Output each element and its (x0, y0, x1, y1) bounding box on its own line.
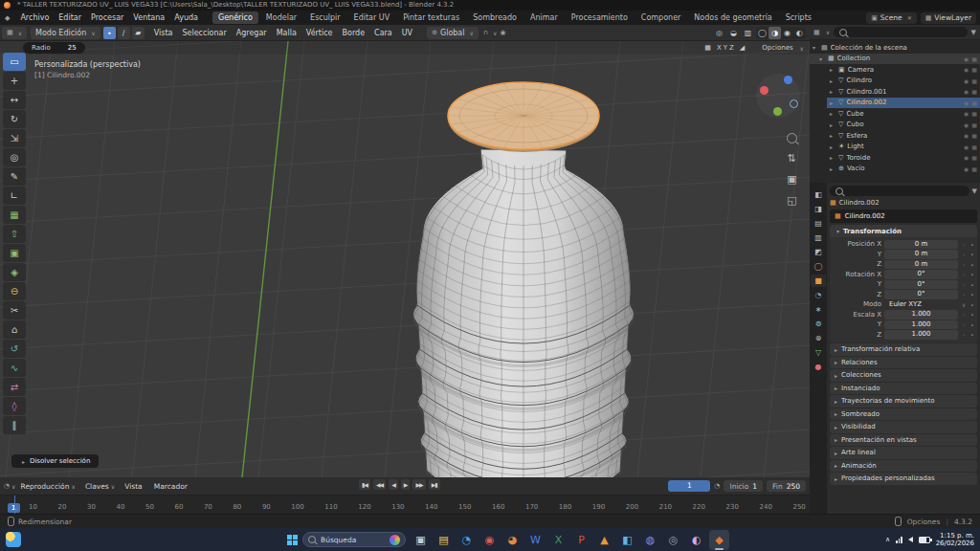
overlays-icon[interactable]: ◒ (727, 27, 740, 39)
tab-world[interactable]: ◯ (811, 260, 826, 273)
tool-poly-build[interactable]: ⌂ (3, 320, 26, 339)
firefox[interactable]: ◕ (502, 530, 523, 550)
tool-spin[interactable]: ↺ (3, 340, 26, 358)
navigation-gizmo[interactable] (756, 74, 800, 118)
face-select-icon[interactable]: ▰ (132, 27, 145, 39)
eye-icon[interactable]: ◉ (964, 143, 969, 150)
viewport-menu-item[interactable]: Agregar (232, 29, 272, 37)
hidden-icons-chevron[interactable]: ∧ (885, 536, 890, 543)
value-field[interactable]: 0 m (884, 240, 958, 250)
value-field[interactable]: 1.000 (884, 330, 958, 340)
tab-tool[interactable]: ◧ (811, 188, 826, 201)
properties-section[interactable]: ▸ Transformación relativa (830, 343, 977, 356)
eye-icon[interactable]: ◉ (964, 88, 969, 95)
value-field[interactable]: 1.000 (884, 310, 958, 320)
eye-icon[interactable]: ◉ (964, 121, 969, 128)
transport-button[interactable]: ◀ (389, 479, 398, 490)
menu-item[interactable]: Editar (54, 11, 86, 24)
word[interactable]: W (525, 530, 546, 550)
timeline-menu-item[interactable]: Reproducción∨ (16, 482, 80, 491)
orientation-dropdown[interactable]: ⊕ Global ∨ (427, 27, 479, 39)
outliner-search-input[interactable] (834, 27, 968, 37)
rotation-mode-dropdown[interactable]: Euler XYZ (884, 300, 958, 310)
viewlayer-selector[interactable]: ▦ ViewLayer (921, 12, 976, 24)
mode-dropdown[interactable]: Modo Edición ∨ (31, 27, 100, 39)
eye-icon[interactable]: ◉ (964, 165, 969, 172)
tab-object[interactable]: ■ (811, 275, 826, 287)
vlc[interactable]: ▲ (594, 530, 614, 550)
viewport-canvas[interactable] (0, 41, 810, 477)
eye-icon[interactable]: ◉ (964, 77, 969, 84)
menu-item[interactable]: Ventana (128, 11, 169, 24)
tool-transform[interactable]: ◎ (3, 148, 26, 166)
powerpoint[interactable]: P (571, 530, 591, 550)
lock-icon[interactable]: ◦ (961, 291, 967, 298)
properties-section[interactable]: ▸ Propiedades personalizadas (830, 473, 977, 485)
tab-material[interactable]: ● (811, 361, 826, 373)
outliner-root[interactable]: ▾ ▤ Colección de la escena (810, 42, 980, 54)
solid-shading-icon[interactable]: ◑ (768, 27, 781, 39)
paint[interactable]: ◐ (686, 530, 706, 550)
tab-physics[interactable]: ⊚ (811, 318, 826, 330)
render-visibility-icon[interactable]: ▦ (971, 66, 977, 73)
chrome[interactable]: ◉ (479, 530, 500, 550)
Light[interactable]: ▸ ☀ Light ◉ ▦ (827, 142, 980, 153)
animate-icon[interactable]: ∙ (969, 331, 975, 338)
animate-icon[interactable]: ∙ (969, 271, 975, 277)
properties-section[interactable]: ▸ Presentación en vistas (830, 434, 977, 447)
mirror-grid-icon[interactable]: ▦ (704, 44, 711, 52)
lock-icon[interactable]: ◦ (961, 281, 967, 288)
workspace-tab[interactable]: Scripts (780, 11, 817, 24)
perspective-icon[interactable]: ◱ (787, 194, 796, 207)
menu-item[interactable]: Procesar (86, 11, 128, 24)
tab-scene[interactable]: ◩ (811, 246, 826, 258)
properties-section[interactable]: ▸ Relaciones (830, 357, 977, 369)
breadcrumb-object[interactable]: Cilindro.002 (839, 199, 880, 207)
animate-icon[interactable]: ∙ (969, 281, 975, 288)
render-visibility-icon[interactable]: ▦ (971, 143, 977, 150)
tool-rip-region[interactable]: ∥ (3, 416, 26, 434)
start-button[interactable] (287, 535, 298, 545)
viewport-menu-item[interactable]: Vértice (301, 29, 338, 37)
edge-select-icon[interactable]: ∕ (118, 27, 130, 39)
workspace-tab[interactable]: Modelar (260, 11, 302, 24)
Cubo[interactable]: ▸ ▽ Cubo ◉ ▦ (827, 120, 980, 131)
timeline-editor-icon[interactable]: ◔ (4, 482, 10, 490)
workspace-tab[interactable]: Procesamiento (566, 11, 634, 24)
xray-icon[interactable]: ▥ (742, 27, 754, 39)
filter-icon[interactable]: ▼ (971, 29, 976, 36)
render-visibility-icon[interactable]: ▦ (971, 88, 977, 95)
render-visibility-icon[interactable]: ▦ (971, 165, 977, 172)
wireframe-shading-icon[interactable]: ◯ (756, 27, 768, 39)
proportional-edit-icon[interactable]: ◉ (497, 29, 508, 36)
workspace-tab[interactable]: Esculpir (304, 11, 346, 24)
workspace-tab[interactable]: Pintar texturas (397, 11, 465, 24)
properties-section[interactable]: ▸ Arte lineal (830, 447, 977, 459)
tab-view-layer[interactable]: ▥ (811, 231, 826, 244)
widgets-icon[interactable] (6, 532, 21, 547)
editor-type-button[interactable]: ▦ ∨ (2, 27, 27, 39)
file-explorer[interactable]: ▤ (434, 530, 454, 550)
blender-menu-icon[interactable]: ◆ (0, 14, 14, 22)
Camera[interactable]: ▸ ▣ Camera ◉ ▦ (827, 64, 980, 76)
pan-icon[interactable]: ⇅ (787, 152, 796, 165)
Toroide[interactable]: ▸ ▽ Toroide ◉ ▦ (827, 152, 980, 164)
excel[interactable]: X (548, 530, 568, 550)
eye-icon[interactable]: ◉ (964, 55, 969, 62)
transport-button[interactable]: ▶▶ (412, 479, 425, 490)
timeline-ruler[interactable]: 1020304050607080901001101201301401501601… (0, 496, 810, 514)
transform-panel-header[interactable]: ▾ Transformación (830, 225, 977, 237)
properties-search-input[interactable] (830, 186, 969, 196)
outliner-display-mode-icon[interactable]: ▦ (813, 29, 820, 36)
properties-section[interactable]: ▸ Visibilidad (830, 421, 977, 433)
workspace-tab[interactable]: Animar (524, 11, 564, 24)
tool-inset-faces[interactable]: ▣ (3, 244, 26, 262)
gizmos-icon[interactable]: ◎ (713, 27, 725, 39)
zoom-icon[interactable] (787, 133, 797, 143)
battery-icon[interactable] (919, 537, 930, 543)
lock-icon[interactable]: ◦ (961, 311, 967, 318)
tool-knife[interactable]: ✂ (3, 301, 26, 320)
filter-icon[interactable]: ▼ (972, 187, 977, 195)
axis-z-handle[interactable] (784, 76, 792, 84)
properties-section[interactable]: ▸ Animación (830, 460, 977, 473)
